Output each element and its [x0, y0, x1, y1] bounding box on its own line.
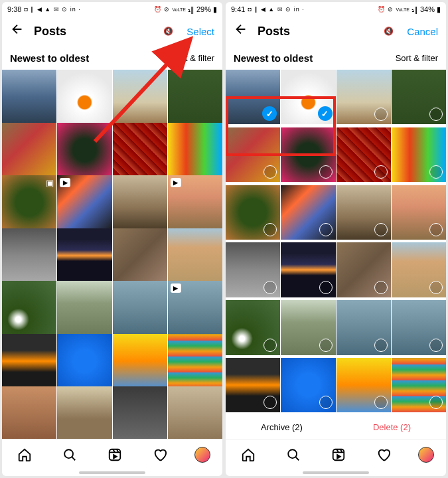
post-thumb[interactable]: ✓: [281, 70, 335, 124]
mute-icon: 🔇: [384, 27, 394, 36]
carousel-icon: ▣: [46, 178, 54, 188]
status-icons-left: ◘ ∥ ◀ ▲ ✉ ⊙ in ·: [24, 6, 80, 13]
post-thumb[interactable]: [2, 334, 56, 388]
select-circle-icon: [429, 281, 443, 294]
post-thumb[interactable]: [57, 123, 112, 177]
select-circle-icon: [374, 108, 388, 121]
post-thumb[interactable]: [113, 123, 167, 177]
delete-button[interactable]: Delete (2): [373, 422, 411, 432]
post-thumb[interactable]: [392, 358, 446, 412]
post-thumb[interactable]: [2, 228, 56, 283]
nav-reels-icon[interactable]: [104, 444, 125, 465]
post-thumb[interactable]: [226, 242, 280, 297]
post-thumb[interactable]: [281, 127, 335, 182]
post-thumb[interactable]: [168, 228, 222, 283]
post-thumb[interactable]: [2, 281, 56, 335]
post-thumb[interactable]: [168, 70, 222, 124]
filter-bar: Newest to oldest Sort & filter: [2, 46, 222, 70]
nav-search-icon[interactable]: [283, 444, 304, 465]
selection-action-bar: Archive (2) Delete (2): [226, 415, 446, 439]
nav-search-icon[interactable]: [59, 444, 80, 465]
select-circle-icon: [374, 281, 388, 294]
svg-point-0: [64, 449, 73, 458]
post-thumb[interactable]: [336, 300, 391, 355]
nav-profile-icon[interactable]: [418, 447, 434, 463]
post-thumb[interactable]: [392, 242, 446, 297]
nav-activity-icon[interactable]: [149, 444, 171, 465]
post-thumb[interactable]: [168, 334, 222, 388]
status-battery: 29%: [196, 5, 211, 13]
video-icon: ▶: [60, 178, 70, 187]
post-thumb[interactable]: [113, 334, 167, 388]
cancel-button[interactable]: Cancel: [407, 26, 438, 37]
post-thumb[interactable]: [336, 358, 391, 412]
bottom-nav: [226, 439, 446, 469]
post-thumb[interactable]: [2, 386, 56, 439]
post-thumb[interactable]: [226, 300, 280, 355]
select-circle-icon: [319, 223, 333, 236]
sort-order-label[interactable]: Newest to oldest: [10, 52, 89, 64]
post-thumb[interactable]: ▶: [168, 281, 222, 335]
status-network: VoLTE: [172, 7, 186, 12]
status-network: VoLTE: [396, 7, 410, 12]
post-thumb[interactable]: [392, 185, 446, 240]
post-thumb[interactable]: [226, 127, 280, 182]
select-circle-icon: [429, 223, 443, 236]
select-circle-icon: [374, 165, 388, 179]
back-button[interactable]: [234, 22, 248, 40]
post-thumb[interactable]: [336, 185, 391, 240]
post-thumb[interactable]: ▣: [2, 175, 56, 230]
video-icon: ▶: [171, 178, 181, 187]
post-thumb[interactable]: [57, 228, 112, 283]
nav-reels-icon[interactable]: [328, 444, 349, 465]
post-thumb[interactable]: ▶: [168, 175, 222, 230]
status-bar: 9:41 ◘ ∥ ◀ ▲ ✉ ⊙ in · ⏰ ⊘ VoLTE ₁‖ 34% ▮: [226, 2, 446, 17]
post-thumb[interactable]: [281, 300, 335, 355]
archive-button[interactable]: Archive (2): [261, 422, 303, 432]
status-bar: 9:38 ◘ ∥ ◀ ▲ ✉ ⊙ in · ⏰ ⊘ VoLTE ₁‖ 29% ▮: [2, 2, 222, 17]
post-thumb[interactable]: [168, 386, 222, 439]
status-signal: ₁‖: [188, 5, 194, 14]
post-thumb[interactable]: [57, 386, 112, 439]
post-thumb[interactable]: [336, 242, 391, 297]
post-thumb[interactable]: [2, 70, 56, 124]
back-button[interactable]: [10, 22, 25, 40]
posts-grid: ▣ ▶ ▶ ▶: [2, 70, 222, 439]
post-thumb[interactable]: [226, 185, 280, 240]
post-thumb[interactable]: [2, 123, 56, 177]
post-thumb[interactable]: [392, 300, 446, 355]
post-thumb[interactable]: ✓: [226, 70, 280, 124]
sort-filter-button[interactable]: Sort & filter: [172, 53, 214, 63]
select-button[interactable]: Select: [187, 26, 214, 37]
select-circle-icon: [319, 339, 333, 352]
post-thumb[interactable]: ▶: [57, 175, 112, 230]
post-thumb[interactable]: [392, 70, 446, 124]
nav-home-icon[interactable]: [14, 444, 35, 465]
post-thumb[interactable]: [336, 70, 391, 124]
post-thumb[interactable]: [113, 175, 167, 230]
post-thumb[interactable]: [113, 70, 167, 124]
post-thumb[interactable]: [281, 242, 335, 297]
post-thumb[interactable]: [281, 358, 335, 412]
post-thumb[interactable]: [113, 386, 167, 439]
select-circle-icon: [429, 339, 443, 352]
svg-point-3: [288, 449, 297, 458]
post-thumb[interactable]: [113, 281, 167, 335]
sort-filter-button[interactable]: Sort & filter: [396, 53, 438, 63]
post-thumb[interactable]: [113, 228, 167, 283]
post-thumb[interactable]: [57, 334, 112, 388]
nav-home-icon[interactable]: [238, 444, 259, 465]
post-thumb[interactable]: [336, 127, 391, 182]
nav-profile-icon[interactable]: [194, 447, 210, 463]
post-thumb[interactable]: [281, 185, 335, 240]
post-thumb[interactable]: [168, 123, 222, 177]
sort-order-label[interactable]: Newest to oldest: [234, 52, 313, 64]
status-icons-right: ⏰ ⊘: [378, 6, 394, 13]
post-thumb[interactable]: [57, 70, 112, 124]
nav-activity-icon[interactable]: [373, 444, 394, 465]
post-thumb[interactable]: [57, 281, 112, 335]
svg-rect-1: [110, 449, 121, 460]
post-thumb[interactable]: [226, 358, 280, 412]
status-icons-left: ◘ ∥ ◀ ▲ ✉ ⊙ in ·: [248, 6, 304, 13]
post-thumb[interactable]: [392, 127, 446, 182]
